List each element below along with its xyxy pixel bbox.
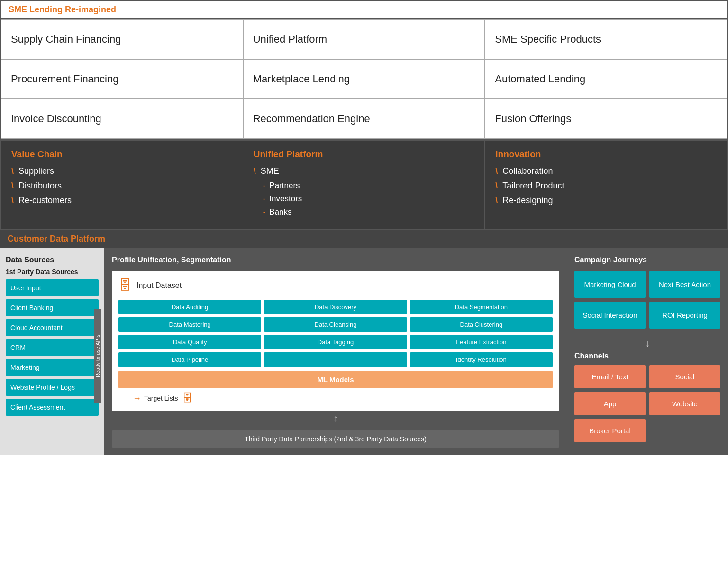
inn-label-1: Tailored Product [502,181,564,191]
unified-platform-col: Unified Platform \ SME - Partners - Inve… [243,141,485,229]
profile-inner: 🗄 Input Dataset Data Auditing Data Disco… [112,271,559,411]
profile-col: Profile Unification, Segmentation Ready … [104,248,567,455]
cdp-section: Customer Data Platform Data Sources 1st … [0,230,728,455]
data-sources-title: Data Sources [6,256,99,264]
down-arrow-icon: ↓ [574,338,720,349]
input-dataset-row: 🗄 Input Dataset [118,278,553,293]
data-sources-col: Data Sources 1st Party Data Sources User… [0,248,104,455]
pc-11: Identity Resolution [410,352,553,367]
vc-item-2: \ Re-customers [11,196,232,206]
bullet-1: \ [11,181,14,191]
pc-0: Data Auditing [118,300,261,314]
up-sub-label-0: Partners [269,181,300,190]
pc-9: Data Pipeline [118,352,261,367]
inn-bullet-0: \ [495,166,498,176]
third-party-bar: Third Party Data Partnerships (2nd & 3rd… [112,430,559,448]
profile-col-title: Profile Unification, Segmentation [112,256,559,264]
campaign-grid: Marketing Cloud Next Best Action Social … [574,271,720,329]
channel-4: Broker Portal [574,419,646,442]
up-main-label: SME [261,166,279,176]
input-dataset-label: Input Dataset [136,281,182,290]
sme-cell-0: Supply Chain Financing [1,19,243,59]
sme-cell-4: Marketplace Lending [243,59,485,99]
pc-10 [264,352,407,367]
ds-item-3: CRM [6,339,99,356]
unified-platform-header: Unified Platform [254,149,474,160]
sme-cell-7: Recommendation Engine [243,99,485,139]
target-label: Target Lists [144,394,178,402]
dash-1: - [263,194,266,204]
up-sub-1: - Investors [263,194,474,204]
pc-4: Data Cleansing [264,317,407,332]
vc-label-2: Re-customers [18,196,72,206]
pc-8: Feature Extraction [410,335,553,349]
channel-0: Email / Text [574,365,646,388]
sme-cell-6: Invoice Discounting [1,99,243,139]
up-sub-2: - Banks [263,207,474,217]
ml-models-bar: ML Models [118,371,553,388]
bullet-0: \ [11,166,14,176]
api-label: Ready to use APIs [94,309,101,403]
ds-item-6: Client Assessment [6,399,99,416]
campaign-cell-1: Next Best Action [649,271,720,298]
updown-arrow: ↕ [112,413,559,424]
dash-0: - [263,181,266,190]
db-icon: 🗄 [118,278,132,293]
pc-5: Data Clustering [410,317,553,332]
campaign-col: Campaign Journeys Marketing Cloud Next B… [567,248,728,455]
pc-2: Data Segmentation [410,300,553,314]
ds-item-2: Cloud Accountant [6,319,99,336]
sme-cell-8: Fusion Offerings [485,99,727,139]
vc-item-0: \ Suppliers [11,166,232,176]
pc-1: Data Discovery [264,300,407,314]
up-bullet: \ [254,166,256,176]
channels-grid: Email / Text Social App Website Broker P… [574,365,720,442]
data-sources-subtitle: 1st Party Data Sources [6,268,99,276]
value-chain-col: Value Chain \ Suppliers \ Distributors \… [1,141,243,229]
up-main-item: \ SME [254,166,474,176]
channel-2: App [574,392,646,415]
sme-cell-2: SME Specific Products [485,19,727,59]
ds-item-4: Marketing [6,359,99,376]
ds-item-0: User Input [6,279,99,296]
up-sub-label-1: Investors [269,194,302,204]
vc-item-1: \ Distributors [11,181,232,191]
sme-header: SME Lending Re-imagined [1,1,727,19]
pc-3: Data Mastering [118,317,261,332]
campaign-cell-3: ROI Reporting [649,302,720,329]
sme-cell-5: Automated Lending [485,59,727,99]
cdp-header: Customer Data Platform [0,230,728,248]
sme-section: SME Lending Re-imagined Supply Chain Fin… [0,0,728,140]
sme-cell-1: Unified Platform [243,19,485,59]
inn-item-1: \ Tailored Product [495,181,717,191]
bullet-2: \ [11,196,14,206]
mid-section: Value Chain \ Suppliers \ Distributors \… [0,140,728,230]
value-chain-header: Value Chain [11,149,232,160]
ds-item-5: Website Profile / Logs [6,379,99,396]
campaign-cell-2: Social Interaction [574,302,646,329]
dash-2: - [263,207,266,217]
inn-item-0: \ Collaboration [495,166,717,176]
up-sub-0: - Partners [263,181,474,190]
db-icon-small: 🗄 [182,392,192,404]
inn-item-2: \ Re-designing [495,196,717,206]
target-row: → Target Lists 🗄 [118,392,553,404]
campaign-col-title: Campaign Journeys [574,256,720,264]
vc-label-0: Suppliers [18,166,54,176]
cdp-body: Data Sources 1st Party Data Sources User… [0,248,728,455]
inn-bullet-1: \ [495,181,498,191]
innovation-col: Innovation \ Collaboration \ Tailored Pr… [485,141,727,229]
ds-item-1: Client Banking [6,299,99,316]
pc-7: Data Tagging [264,335,407,349]
sme-cell-3: Procurement Financing [1,59,243,99]
inn-bullet-2: \ [495,196,498,206]
process-grid: Data Auditing Data Discovery Data Segmen… [118,300,553,367]
sme-grid: Supply Chain Financing Unified Platform … [1,19,727,139]
channels-title: Channels [574,352,720,360]
pc-6: Data Quality [118,335,261,349]
campaign-cell-0: Marketing Cloud [574,271,646,298]
inn-label-2: Re-designing [502,196,553,206]
vc-label-1: Distributors [18,181,62,191]
arrow-right-icon: → [133,394,141,403]
inn-label-0: Collaboration [502,166,553,176]
